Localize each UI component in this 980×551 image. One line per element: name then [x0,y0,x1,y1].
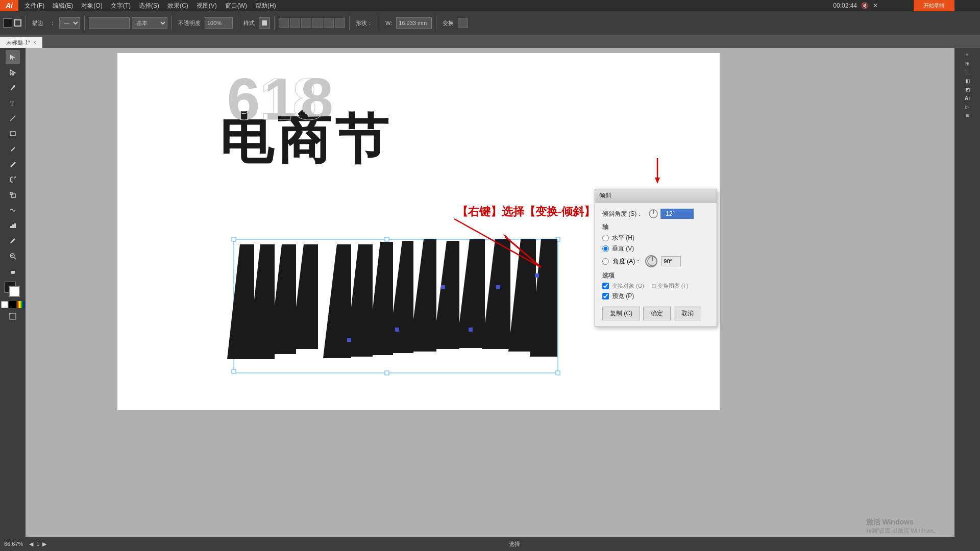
profile-selector[interactable] [89,17,130,29]
svg-rect-9 [10,226,12,228]
width-input[interactable] [396,17,432,29]
handle-bc[interactable] [385,371,389,375]
rect-tool[interactable] [6,127,20,141]
stroke-dropdown[interactable]: — [59,17,80,29]
dialog-title-bar[interactable]: 倾斜 [595,189,717,203]
right-icon-4[interactable]: ◧ [965,78,970,84]
angle-radio[interactable] [602,258,609,265]
anchor-6[interactable] [535,273,539,278]
svg-point-3 [13,85,15,87]
preview-label: 预览 (P) [612,292,634,300]
gradient-swatch[interactable] [17,301,24,308]
shear-angle-input[interactable] [660,209,694,219]
zoom-in[interactable]: ▶ [42,541,46,547]
right-icon-2[interactable]: ⊞ [965,61,969,66]
anchor-5[interactable] [347,338,351,342]
stroke-color[interactable] [14,19,21,27]
rotate-tool[interactable] [6,172,20,187]
select-tool[interactable] [6,50,20,64]
opacity-input[interactable] [205,17,233,29]
menu-view[interactable]: 视图(V) [192,1,221,11]
anchor-3[interactable] [469,328,473,332]
handle-br[interactable] [556,371,560,375]
close-icon[interactable]: ✕ [873,2,878,9]
profile-type[interactable]: 基本 [132,17,167,29]
anchor-1[interactable] [441,285,445,289]
menu-help[interactable]: 帮助(H) [251,1,280,11]
zoom-tool[interactable] [6,249,20,263]
artboard-tool[interactable] [6,309,20,323]
menu-select[interactable]: 选择(S) [135,1,163,11]
handle-bl[interactable] [232,369,236,373]
angle-label: 角度 (A)： [613,257,641,266]
warp-tool[interactable] [6,203,20,217]
scale-tool[interactable] [6,188,20,202]
transform-options[interactable] [458,18,468,28]
zoom-out[interactable]: ◀ [29,541,33,547]
timer: 00:02:44 🔇 ✕ [833,0,878,11]
svg-rect-10 [12,224,14,228]
eyedropper-tool[interactable] [6,234,20,248]
handle-tc[interactable] [385,237,389,241]
right-icon-6[interactable]: Ai [965,95,970,101]
right-icon-5[interactable]: ◩ [965,87,970,92]
anchor-2[interactable] [496,285,500,289]
document-tab[interactable]: 未标题-1* × [0,37,43,48]
align-btn-2[interactable] [290,18,300,28]
left-toolbar: T [0,48,26,537]
right-icon-7[interactable]: ▷ [965,104,969,110]
shear-bar-11 [456,239,485,348]
vertical-radio[interactable] [602,245,609,252]
speaker-icon[interactable]: 🔇 [861,2,869,9]
menu-effect[interactable]: 效果(C) [163,1,192,11]
menu-file[interactable]: 文件(F) [20,1,48,11]
right-panel: ≡ ⊞ ⬛ ◧ ◩ Ai ▷ ≋ [954,48,980,537]
color-swatches [1,301,24,308]
menu-text[interactable]: 文字(T) [107,1,135,11]
svg-rect-6 [10,132,15,136]
pen-tool[interactable] [6,81,20,95]
type-tool[interactable]: T [6,96,20,110]
anchor-4[interactable] [395,328,399,332]
timer-value: 00:02:44 [833,2,857,9]
menu-object[interactable]: 对象(O) [77,1,106,11]
tab-close-btn[interactable]: × [33,40,36,45]
align-btn-1[interactable] [279,18,289,28]
ok-button[interactable]: 确定 [643,307,671,320]
align-btn-5[interactable] [324,18,334,28]
right-icon-3[interactable]: ⬛ [964,69,970,75]
align-btn-4[interactable] [312,18,323,28]
fill-color[interactable] [3,18,12,28]
cancel-button[interactable]: 取消 [674,307,701,320]
direct-select-tool[interactable] [6,65,20,80]
paintbrush-tool[interactable] [6,142,20,156]
pencil-tool[interactable] [6,157,20,171]
column-graph-tool[interactable] [6,218,20,233]
style-icon[interactable] [259,17,270,29]
tab-title: 未标题-1* [6,39,30,46]
angle-input[interactable] [662,256,681,266]
svg-rect-39 [436,124,538,155]
line-tool[interactable] [6,111,20,126]
shear-bar-5 [323,244,351,358]
align-btn-6[interactable] [335,18,345,28]
record-button[interactable]: 开始录制 [914,0,954,11]
menu-window[interactable]: 窗口(W) [221,1,251,11]
right-icon-8[interactable]: ≋ [965,113,969,118]
black-swatch[interactable] [9,301,16,308]
horizontal-radio[interactable] [602,235,609,241]
copy-button[interactable]: 复制 (C) [602,307,640,320]
preview-checkbox[interactable] [602,293,609,299]
zoom-level[interactable]: 66.67% [4,541,23,547]
handle-tl[interactable] [232,237,236,241]
menu-edit[interactable]: 编辑(E) [48,1,77,11]
transform-dialog: 倾斜 倾斜角度 (S)： 轴 水平 (H) 垂直 (V) 角度 (A)： [595,189,717,327]
white-swatch[interactable] [1,301,8,308]
option1-checkbox[interactable] [602,283,609,289]
angle-circle[interactable] [645,255,657,267]
align-btn-3[interactable] [301,18,311,28]
fill-stroke-colors[interactable] [5,282,21,298]
vertical-label: 垂直 (V) [612,244,634,253]
hand-tool[interactable] [6,264,20,279]
right-icon-1[interactable]: ≡ [966,52,969,58]
